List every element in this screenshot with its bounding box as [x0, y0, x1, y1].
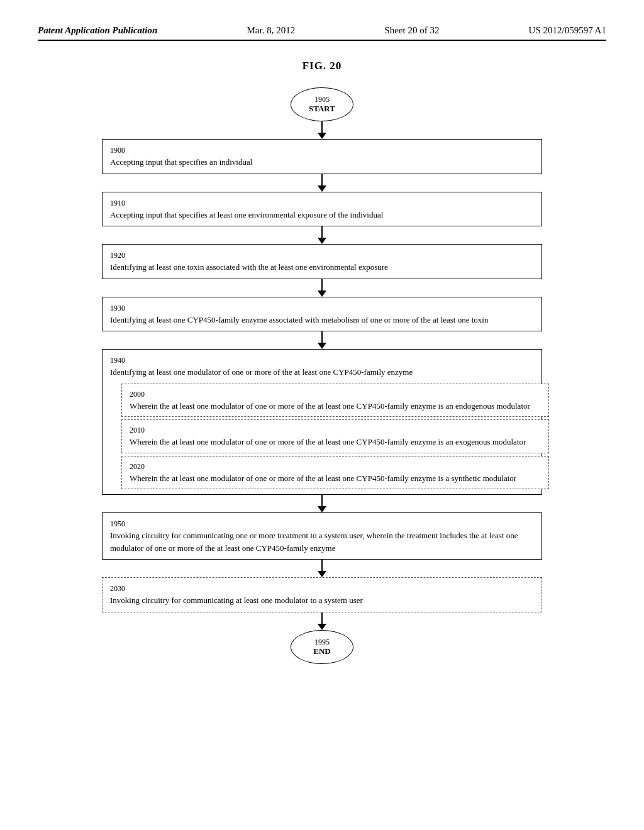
box-1950: 1950 Invoking circuitry for communicatin…	[102, 512, 542, 560]
arrow-line	[321, 121, 323, 133]
date-label: Mar. 8, 2012	[247, 25, 295, 36]
arrow-head	[318, 133, 326, 139]
end-label: END	[313, 646, 330, 656]
arrow-7	[318, 560, 326, 577]
page-header: Patent Application Publication Mar. 8, 2…	[38, 25, 606, 41]
box-1930: 1930 Identifying at least one CYP450-fam…	[102, 297, 542, 332]
arrow-3	[318, 226, 326, 244]
sub-boxes: 2000 Wherein the at least one modulator …	[103, 381, 541, 495]
patent-number: US 2012/059597 A1	[529, 25, 606, 36]
arrow-6	[318, 495, 326, 512]
arrow-4	[318, 279, 326, 297]
box-1910: 1910 Accepting input that specifies at l…	[102, 192, 542, 227]
end-oval: 1995 END	[291, 630, 353, 664]
box-1920: 1920 Identifying at least one toxin asso…	[102, 244, 542, 279]
box-2020: 2020 Wherein the at least one modulator …	[121, 456, 549, 490]
start-label: START	[309, 104, 335, 114]
arrow-8	[318, 612, 326, 630]
box-2000: 2000 Wherein the at least one modulator …	[121, 384, 549, 418]
start-num: 1905	[314, 95, 330, 104]
box-2030: 2030 Invoking circuitry for communicatin…	[102, 577, 542, 612]
start-oval: 1905 START	[291, 87, 353, 121]
arrow-2	[318, 174, 326, 192]
publication-label: Patent Application Publication	[38, 25, 157, 36]
sheet-label: Sheet 20 of 32	[384, 25, 439, 36]
box-2010: 2010 Wherein the at least one modulator …	[121, 419, 549, 453]
arrow-5	[318, 331, 326, 349]
figure-title: FIG. 20	[38, 60, 606, 72]
box-1940: 1940 Identifying at least one modulator …	[103, 350, 541, 381]
box-1900: 1900 Accepting input that specifies an i…	[102, 139, 542, 174]
end-num: 1995	[314, 638, 330, 646]
flowchart: 1905 START 1900 Accepting input that spe…	[38, 87, 606, 664]
page: Patent Application Publication Mar. 8, 2…	[0, 0, 644, 830]
arrow-1	[318, 121, 326, 139]
box-1940-group: 1940 Identifying at least one modulator …	[102, 349, 542, 495]
